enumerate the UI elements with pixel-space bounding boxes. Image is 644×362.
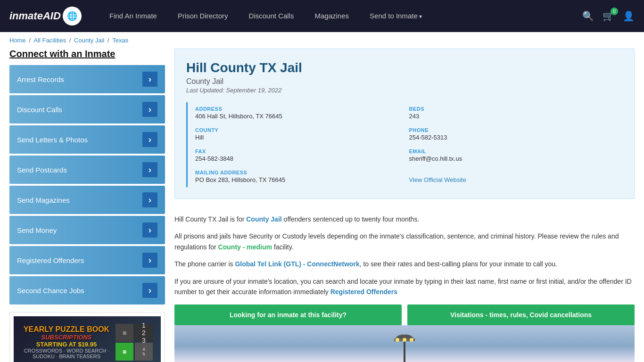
gtl-link[interactable]: Global Tel Link (GTL) - ConnectNetwork (235, 260, 359, 268)
ad-title1: YEARLY PUZZLE BOOK (21, 325, 112, 334)
sidebar-item-send-money[interactable]: Send Money › (9, 216, 165, 244)
breadcrumb: Home / All Facilities / County Jail / Te… (0, 32, 644, 49)
ad-banner[interactable]: YEARLY PUZZLE BOOK SUBSCRIPTIONS STARTIN… (9, 312, 165, 362)
ad-sub: CROSSWORDS · WORD SEARCH · SUDOKU · BRAI… (21, 348, 112, 359)
arrow-icon: › (142, 102, 157, 117)
info-phone: PHONE 254-582-5313 (409, 123, 623, 145)
sidebar-item-label: Send Letters & Photos (17, 136, 88, 144)
nav-prison-directory[interactable]: Prison Directory (167, 0, 239, 32)
facility-name: Hill County TX Jail (186, 60, 623, 75)
logo-text: inmateAID (9, 10, 61, 22)
beds-value: 243 (409, 113, 618, 120)
ad-price: STARTING AT $19.95 (21, 341, 112, 348)
info-beds: BEDS 243 (409, 102, 623, 123)
county-medium-link[interactable]: County - medium (218, 243, 272, 251)
sidebar-item-send-postcards[interactable]: Send Postcards › (9, 156, 165, 184)
svg-point-4 (410, 338, 413, 342)
description-para2: All prisons and jails have Security or C… (174, 231, 635, 252)
sidebar-item-discount-calls[interactable]: Discount Calls › (9, 95, 165, 123)
email-label: EMAIL (409, 148, 618, 154)
description-para3: The phone carrier is Global Tel Link (GT… (174, 259, 635, 269)
nav-magazines[interactable]: Magazines (304, 0, 359, 32)
county-jail-link[interactable]: County Jail (246, 215, 281, 223)
official-website-link[interactable]: View Official Website (409, 176, 466, 183)
sidebar-item-registered-offenders[interactable]: Registered Offenders › (9, 246, 165, 274)
mailing-label: MAILING ADDRESS (195, 170, 404, 175)
arrow-icon: › (142, 253, 157, 268)
breadcrumb-home[interactable]: Home (9, 37, 26, 44)
action-buttons: Looking for an inmate at this facility? … (174, 304, 635, 325)
cart-icon[interactable]: 🛒 0 (603, 10, 614, 22)
facility-card: Hill County TX Jail County Jail Last Upd… (174, 49, 635, 199)
breadcrumb-texas[interactable]: Texas (112, 37, 128, 44)
sidebar-item-label: Send Magazines (17, 196, 70, 204)
main-nav: Find An Inmate Prison Directory Discount… (99, 0, 568, 33)
sidebar-item-label: Send Money (17, 226, 57, 234)
user-icon[interactable]: 👤 (623, 10, 635, 22)
streetlight-icon (390, 330, 419, 362)
sidebar-item-label: Second Chance Jobs (17, 287, 84, 295)
website-value: View Official Website (409, 176, 618, 183)
beds-label: BEDS (409, 106, 618, 112)
arrow-icon: › (142, 72, 157, 87)
logo[interactable]: inmateAID 🌐 (9, 7, 85, 25)
info-mailing: MAILING ADDRESS PO Box 283, Hillsboro, T… (195, 166, 409, 187)
info-website: WEBSITE View Official Website (409, 166, 623, 187)
mailing-value: PO Box 283, Hillsboro, TX 76645 (195, 176, 404, 183)
info-grid: ADDRESS 406 Hall St, Hillsboro, TX 76645… (186, 102, 623, 187)
header-icons: 🔍 🛒 0 👤 (582, 10, 635, 22)
arrow-icon: › (142, 222, 157, 238)
cart-badge: 0 (611, 8, 618, 15)
county-value: Hill (195, 134, 404, 141)
description-para4: If you are unsure of your inmate's locat… (174, 276, 635, 297)
main-content: Hill County TX Jail County Jail Last Upd… (174, 49, 635, 362)
sidebar-item-label: Registered Offenders (17, 256, 84, 264)
description-para1: Hill County TX Jail is for County Jail o… (174, 214, 635, 224)
description-area: Hill County TX Jail is for County Jail o… (174, 206, 635, 297)
arrow-icon: › (142, 162, 157, 177)
phone-label: PHONE (409, 127, 618, 133)
fax-label: FAX (195, 148, 404, 154)
facility-type: County Jail (186, 77, 623, 86)
sidebar-item-arrest-records[interactable]: Arrest Records › (9, 65, 165, 93)
nav-send-to-inmate[interactable]: Send to Inmate (359, 0, 432, 33)
svg-point-3 (403, 338, 406, 342)
breadcrumb-county-jail[interactable]: County Jail (74, 37, 104, 44)
site-header: inmateAID 🌐 Find An Inmate Prison Direct… (0, 0, 644, 32)
phone-value: 254-582-5313 (409, 134, 618, 141)
sidebar-item-send-magazines[interactable]: Send Magazines › (9, 186, 165, 214)
breadcrumb-all-facilities[interactable]: All Facilities (34, 37, 66, 44)
info-fax: FAX 254-582-3848 (195, 145, 409, 166)
fax-value: 254-582-3848 (195, 155, 404, 162)
sidebar-item-label: Discount Calls (17, 106, 62, 114)
registered-offenders-link[interactable]: Registered Offenders (330, 288, 397, 296)
ad-content: YEARLY PUZZLE BOOK SUBSCRIPTIONS STARTIN… (14, 316, 161, 362)
content-wrapper: Connect with an Inmate Arrest Records › … (0, 49, 644, 362)
info-county: COUNTY Hill (195, 123, 409, 145)
facility-updated: Last Updated: September 19, 2022 (186, 87, 623, 94)
looking-for-inmate-button[interactable]: Looking for an inmate at this facility? (174, 304, 402, 325)
county-label: COUNTY (195, 127, 404, 133)
address-value: 406 Hall St, Hillsboro, TX 76645 (195, 113, 404, 120)
ad-title2: SUBSCRIPTIONS (21, 334, 112, 341)
sidebar-item-send-letters[interactable]: Send Letters & Photos › (9, 125, 165, 154)
arrow-icon: › (142, 132, 157, 147)
info-email: EMAIL sheriff@co.hill.tx.us (409, 145, 623, 166)
arrow-icon: › (142, 192, 157, 207)
sidebar-item-label: Send Postcards (17, 166, 67, 174)
logo-icon: 🌐 (63, 7, 82, 25)
address-label: ADDRESS (195, 106, 404, 112)
info-address: ADDRESS 406 Hall St, Hillsboro, TX 76645 (195, 102, 409, 123)
sidebar-title: Connect with an Inmate (9, 49, 165, 59)
sidebar-menu: Arrest Records › Discount Calls › Send L… (9, 65, 165, 304)
sidebar: Connect with an Inmate Arrest Records › … (9, 49, 165, 362)
svg-point-2 (396, 338, 399, 342)
nav-discount-calls[interactable]: Discount Calls (239, 0, 305, 32)
sidebar-item-second-chance-jobs[interactable]: Second Chance Jobs › (9, 276, 165, 304)
visitations-button[interactable]: Visitations - times, rules, Covid cancel… (407, 304, 635, 325)
arrow-icon: › (142, 283, 157, 298)
search-icon[interactable]: 🔍 (582, 10, 594, 22)
email-value: sheriff@co.hill.tx.us (409, 155, 618, 162)
sidebar-item-label: Arrest Records (17, 75, 64, 83)
nav-find-inmate[interactable]: Find An Inmate (99, 0, 167, 32)
